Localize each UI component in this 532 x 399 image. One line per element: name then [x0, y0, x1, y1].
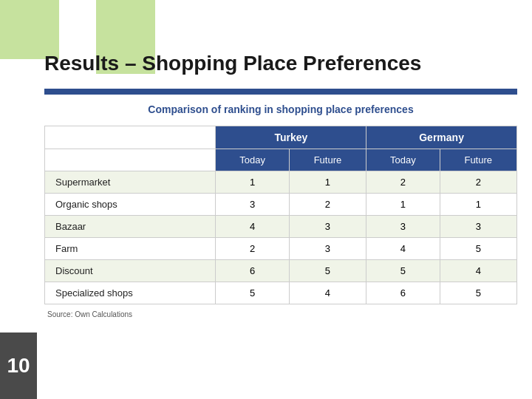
- blue-bar: [44, 89, 517, 95]
- subtitle: Comparison of ranking in shopping place …: [44, 103, 517, 115]
- row-data-cell: 6: [216, 260, 289, 282]
- row-data-cell: 2: [216, 238, 289, 260]
- data-table: Turkey Germany Today Future Today Future…: [44, 126, 517, 304]
- row-data-cell: 3: [440, 216, 517, 238]
- header-turkey-today: Today: [216, 149, 289, 171]
- row-data-cell: 6: [366, 282, 440, 304]
- row-data-cell: 3: [216, 194, 289, 216]
- content-area: Comparison of ranking in shopping place …: [44, 103, 517, 318]
- row-data-cell: 5: [366, 260, 440, 282]
- row-label-cell: Bazaar: [45, 216, 216, 238]
- table-row: Farm2345: [45, 238, 517, 260]
- row-data-cell: 5: [289, 260, 366, 282]
- row-data-cell: 4: [366, 238, 440, 260]
- title-section: Results – Shopping Place Preferences: [44, 52, 517, 81]
- row-data-cell: 3: [289, 238, 366, 260]
- row-label-cell: Supermarket: [45, 171, 216, 194]
- main-title: Results – Shopping Place Preferences: [44, 52, 517, 75]
- row-data-cell: 5: [440, 282, 517, 304]
- source-text: Source: Own Calculations: [47, 310, 517, 318]
- header-germany: Germany: [366, 126, 517, 149]
- table-row: Specialized shops5465: [45, 282, 517, 304]
- header-turkey-future: Future: [289, 149, 366, 171]
- page-number: 10: [0, 332, 37, 399]
- row-data-cell: 4: [289, 282, 366, 304]
- header-germany-future: Future: [440, 149, 517, 171]
- row-data-cell: 2: [440, 171, 517, 194]
- header-germany-today: Today: [366, 149, 440, 171]
- row-data-cell: 5: [216, 282, 289, 304]
- header-turkey: Turkey: [216, 126, 366, 149]
- row-data-cell: 1: [366, 194, 440, 216]
- row-data-cell: 1: [216, 171, 289, 194]
- header-empty-1: [45, 126, 216, 149]
- row-data-cell: 2: [289, 194, 366, 216]
- table-row: Organic shops3211: [45, 194, 517, 216]
- row-label-cell: Organic shops: [45, 194, 216, 216]
- row-label-cell: Specialized shops: [45, 282, 216, 304]
- table-row: Supermarket1122: [45, 171, 517, 194]
- table-row: Bazaar4333: [45, 216, 517, 238]
- row-label-cell: Farm: [45, 238, 216, 260]
- header-empty-2: [45, 149, 216, 171]
- row-data-cell: 2: [366, 171, 440, 194]
- row-data-cell: 4: [216, 216, 289, 238]
- table-row: Discount6554: [45, 260, 517, 282]
- row-label-cell: Discount: [45, 260, 216, 282]
- row-data-cell: 1: [440, 194, 517, 216]
- row-data-cell: 3: [366, 216, 440, 238]
- deco-green-left: [0, 0, 59, 59]
- row-data-cell: 1: [289, 171, 366, 194]
- row-data-cell: 5: [440, 238, 517, 260]
- row-data-cell: 4: [440, 260, 517, 282]
- slide-container: 10 Results – Shopping Place Preferences …: [0, 0, 532, 399]
- row-data-cell: 3: [289, 216, 366, 238]
